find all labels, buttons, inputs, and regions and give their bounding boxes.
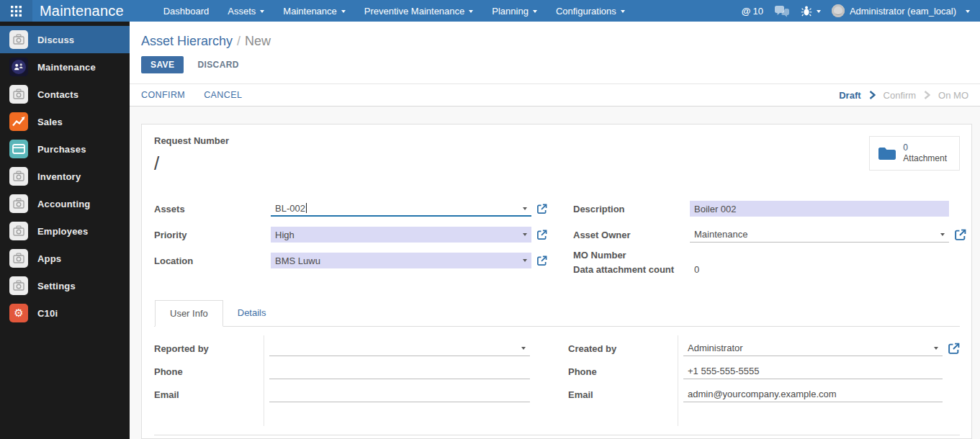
sidebar-item-sales[interactable]: Sales	[0, 108, 130, 135]
confirm-button[interactable]: CONFIRM	[141, 90, 185, 100]
location-value: BMS Luwu	[275, 255, 320, 266]
chevron-down-icon	[469, 10, 473, 13]
menu-maintenance[interactable]: Maintenance	[274, 0, 354, 22]
sidebar-item-apps[interactable]: Apps	[0, 245, 130, 272]
priority-label: Priority	[154, 230, 271, 240]
breadcrumb-parent-link[interactable]: Asset Hierarchy	[141, 34, 233, 48]
sidebar-item-label: Inventory	[37, 171, 81, 182]
menu-label: Preventive Maintenance	[364, 6, 464, 17]
sidebar-item-label: Sales	[37, 117, 63, 127]
dropdown-caret-icon[interactable]	[523, 207, 527, 210]
phone-right-input[interactable]: +1 555-555-5555	[683, 363, 943, 379]
attachment-button[interactable]: 0 Attachment	[869, 136, 960, 171]
sidebar-item-purchases[interactable]: Purchases	[0, 135, 130, 163]
request-number-block: Request Number /	[154, 135, 229, 175]
reported-by-select[interactable]	[269, 340, 530, 356]
form-left-column: Assets BL-002 Priority High	[154, 196, 547, 276]
attachment-label: Attachment	[903, 153, 947, 164]
priority-value: High	[275, 230, 295, 240]
cancel-button[interactable]: CANCEL	[204, 90, 242, 100]
stage-draft[interactable]: Draft	[839, 90, 860, 101]
created-by-select[interactable]: Administrator	[683, 340, 943, 356]
record-actions: SAVE DISCARD	[130, 49, 980, 83]
stage-on-mo[interactable]: On MO	[938, 90, 968, 101]
menu-label: Maintenance	[283, 6, 336, 17]
dropdown-caret-icon[interactable]	[523, 259, 527, 262]
sidebar-item-label: C10i	[37, 308, 58, 319]
user-name: Administrator (eam_local)	[850, 6, 956, 17]
sidebar-item-accounting[interactable]: Accounting	[0, 190, 130, 217]
dropdown-caret-icon[interactable]	[940, 233, 945, 236]
phone-right-value: +1 555-555-5555	[688, 366, 759, 376]
sidebar-item-c10i[interactable]: ⚙ C10i	[0, 299, 130, 327]
app-window: Maintenance Dashboard Assets Maintenance…	[0, 0, 980, 439]
stage-confirm[interactable]: Confirm	[884, 90, 917, 101]
priority-internal-link-icon[interactable]	[536, 230, 547, 240]
email-label: Email	[154, 383, 264, 406]
discard-button[interactable]: DISCARD	[197, 60, 238, 70]
breadcrumb-separator: /	[237, 34, 240, 48]
created-by-value: Administrator	[688, 343, 743, 353]
sidebar-item-employees[interactable]: Employees	[0, 217, 130, 245]
menu-dashboard[interactable]: Dashboard	[154, 0, 219, 22]
created-by-internal-link-icon[interactable]	[948, 343, 960, 355]
dropdown-caret-icon[interactable]	[934, 347, 938, 350]
sidebar-item-label: Contacts	[37, 89, 78, 100]
tab-user-info-content: Reported by Phone Email	[154, 327, 960, 426]
email-right-input[interactable]: admin@yourcompany.example.com	[683, 386, 943, 402]
reported-by-label: Reported by	[154, 337, 264, 360]
mentions-badge[interactable]: @ 10	[742, 6, 763, 17]
sidebar-item-contacts[interactable]: Contacts	[0, 81, 130, 108]
app-title[interactable]: Maintenance	[32, 3, 134, 19]
asset-owner-internal-link-icon[interactable]	[954, 229, 966, 241]
mo-number-label: MO Number	[573, 250, 690, 261]
avatar	[832, 4, 845, 17]
phone-input[interactable]	[269, 363, 530, 379]
menu-planning[interactable]: Planning	[482, 0, 547, 22]
dropdown-caret-icon[interactable]	[523, 233, 527, 236]
form-view: Request Number / 0 Attachment	[130, 107, 980, 439]
apps-menu-button[interactable]	[0, 0, 32, 22]
email-right-value: admin@yourcompany.example.com	[688, 389, 837, 399]
location-select[interactable]: BMS Luwu	[271, 253, 531, 268]
menu-assets[interactable]: Assets	[218, 0, 274, 22]
menu-preventive-maintenance[interactable]: Preventive Maintenance	[355, 0, 482, 22]
menu-label: Configurations	[556, 6, 616, 17]
messages-button[interactable]	[774, 5, 790, 17]
discuss-app-icon	[9, 30, 28, 49]
location-internal-link-icon[interactable]	[536, 255, 547, 266]
breadcrumb-current: New	[245, 34, 271, 48]
tab-user-info[interactable]: User Info	[155, 300, 223, 327]
request-number-value: /	[154, 153, 229, 175]
sidebar-item-inventory[interactable]: Inventory	[0, 163, 130, 190]
save-button[interactable]: SAVE	[141, 56, 184, 73]
phone-label: Phone	[154, 360, 264, 383]
sidebar-item-label: Employees	[37, 226, 88, 237]
assets-input[interactable]: BL-002	[271, 201, 531, 217]
debug-menu-button[interactable]	[801, 5, 821, 17]
menu-configurations[interactable]: Configurations	[547, 0, 634, 22]
grid-icon	[11, 6, 22, 17]
tab-details[interactable]: Details	[223, 300, 281, 326]
asset-owner-select[interactable]: Maintenance	[690, 227, 949, 243]
sidebar-item-label: Discuss	[37, 35, 74, 45]
priority-select[interactable]: High	[271, 227, 531, 243]
data-attachment-count-label: Data attachment count	[573, 264, 690, 275]
sidebar-item-label: Settings	[37, 281, 76, 291]
user-menu[interactable]: Administrator (eam_local)	[832, 4, 970, 17]
form-sheet: Request Number / 0 Attachment	[141, 124, 972, 439]
user-info-right-group: Created by Phone Email Administrator	[568, 335, 960, 426]
at-icon: @	[742, 6, 751, 17]
menu-label: Planning	[492, 6, 529, 17]
assets-internal-link-icon[interactable]	[536, 204, 547, 214]
sidebar-item-settings[interactable]: Settings	[0, 272, 130, 299]
sidebar-item-label: Maintenance	[37, 62, 96, 73]
sidebar-item-label: Apps	[37, 253, 61, 264]
sidebar-item-discuss[interactable]: Discuss	[0, 26, 130, 53]
dropdown-caret-icon[interactable]	[521, 347, 526, 350]
email-input[interactable]	[269, 386, 530, 402]
sidebar-item-maintenance[interactable]: Maintenance	[0, 53, 130, 81]
description-input[interactable]: Boiler 002	[690, 201, 949, 217]
purchases-app-icon	[9, 140, 28, 158]
created-by-label: Created by	[568, 337, 678, 360]
